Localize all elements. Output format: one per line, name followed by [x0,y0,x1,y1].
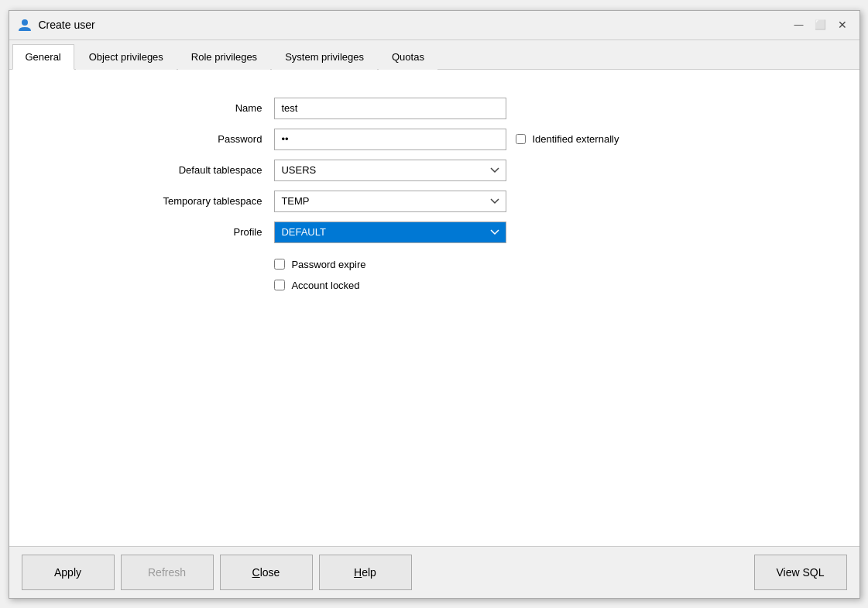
password-input[interactable] [274,129,506,150]
user-icon [17,17,33,33]
tab-bar: General Object privileges Role privilege… [9,40,859,70]
identified-externally-label: Identified externally [532,133,619,145]
tab-quotas[interactable]: Quotas [379,44,437,70]
maximize-button[interactable]: ⬜ [811,15,830,34]
window-title: Create user [39,19,95,31]
temporary-tablespace-select[interactable]: TEMP SYSTEM [274,191,506,212]
create-user-window: Create user — ⬜ ✕ General Object privile… [9,10,860,599]
password-expire-row: Password expire [274,254,705,275]
minimize-button[interactable]: — [790,15,808,34]
tab-role-privileges[interactable]: Role privileges [178,44,270,70]
temporary-tablespace-label: Temporary tablespace [163,186,275,217]
tab-object-privileges[interactable]: Object privileges [76,44,177,70]
account-locked-row: Account locked [274,275,705,296]
title-bar-left: Create user [17,17,95,33]
main-content: Name Password Identified externally Defa… [9,70,859,546]
name-field-row [274,93,705,124]
password-label: Password [163,124,275,155]
tab-general[interactable]: General [12,44,74,70]
close-button[interactable]: Close [220,555,313,590]
default-tablespace-field-row: USERS SYSTEM EXAMPLE [274,155,705,186]
default-tablespace-label: Default tablespace [163,155,275,186]
default-tablespace-select[interactable]: USERS SYSTEM EXAMPLE [274,160,506,181]
profile-label: Profile [163,217,275,248]
title-bar-controls: — ⬜ ✕ [790,15,852,34]
refresh-button[interactable]: Refresh [121,555,214,590]
svg-point-0 [22,19,28,26]
title-bar: Create user — ⬜ ✕ [9,11,859,40]
name-input[interactable] [274,98,506,119]
help-button[interactable]: Help [319,555,412,590]
view-sql-button[interactable]: View SQL [754,555,847,590]
apply-button[interactable]: Apply [22,555,115,590]
password-expire-checkbox[interactable] [274,259,285,270]
profile-field-row: DEFAULT MONITORING_PROFILE [274,217,705,248]
temporary-tablespace-field-row: TEMP SYSTEM [274,186,705,217]
account-locked-label: Account locked [291,280,359,291]
close-window-button[interactable]: ✕ [833,15,852,34]
identified-externally-checkbox[interactable] [516,134,526,144]
profile-select[interactable]: DEFAULT MONITORING_PROFILE [274,222,506,243]
checkboxes-section: Password expire Account locked [274,248,705,302]
form-grid: Name Password Identified externally Defa… [163,93,705,302]
account-locked-checkbox[interactable] [274,280,285,290]
tab-system-privileges[interactable]: System privileges [272,44,377,70]
checkboxes-placeholder-label [163,248,275,302]
name-label: Name [163,93,275,124]
password-expire-label: Password expire [291,259,365,270]
identified-externally-wrapper: Identified externally [516,133,619,145]
password-field-row: Identified externally [274,124,705,155]
footer: Apply Refresh Close Help View SQL [9,546,859,598]
